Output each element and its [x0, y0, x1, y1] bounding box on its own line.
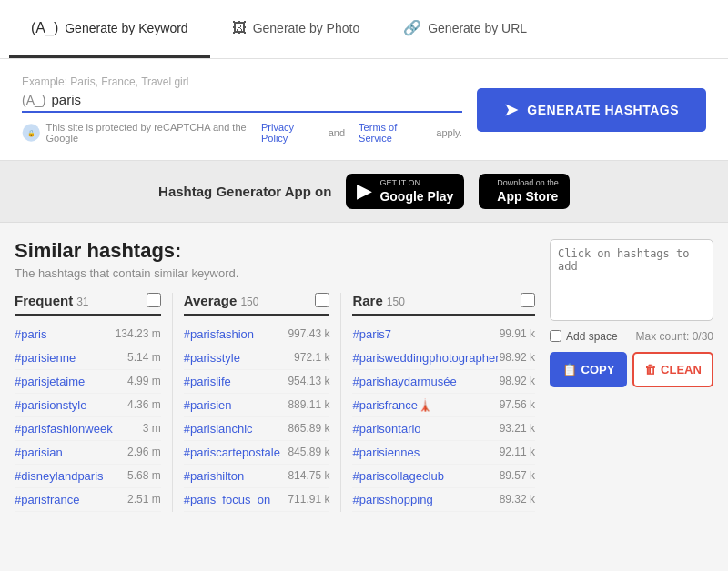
- hashtag-count: 93.21 k: [500, 422, 535, 435]
- google-play-badge[interactable]: ▶ GET IT ON Google Play: [346, 174, 464, 209]
- list-item[interactable]: #parisianchic865.89 k: [184, 417, 330, 441]
- list-item[interactable]: #pariscollageclub89.57 k: [352, 465, 535, 488]
- hashtag-link[interactable]: #parisian: [15, 446, 63, 459]
- hashtag-link[interactable]: #parisstyle: [184, 351, 240, 365]
- copy-button[interactable]: 📋 COPY: [550, 352, 627, 387]
- hashtag-output-textarea[interactable]: [550, 239, 713, 321]
- hashtag-count: 865.89 k: [288, 422, 329, 435]
- average-header-left: Average 150: [184, 293, 259, 308]
- hashtag-count: 2.96 m: [127, 446, 161, 458]
- list-item[interactable]: #parisfrance🗼97.56 k: [352, 394, 535, 417]
- hashtag-link[interactable]: #parishaydarmusée: [352, 375, 456, 388]
- list-item[interactable]: #parisfashion997.43 k: [184, 323, 330, 346]
- rare-header-left: Rare 150: [352, 293, 404, 308]
- list-item[interactable]: #parislife954.13 k: [184, 370, 330, 394]
- frequent-items-list: #paris134.23 m#parisienne5.14 m#parisjet…: [15, 323, 161, 512]
- recaptcha-icon: 🔒: [22, 122, 41, 144]
- tab-keyword[interactable]: (A_) Generate by Keyword: [9, 0, 210, 58]
- section-title: Similar hashtags:: [15, 239, 535, 263]
- average-header: Average 150: [184, 293, 330, 316]
- recaptcha-apply: apply.: [436, 127, 462, 138]
- list-item[interactable]: #parisstyle972.1 k: [184, 346, 330, 370]
- recaptcha-and: and: [329, 127, 345, 138]
- search-hint: Example: Paris, France, Travel girl: [22, 75, 462, 88]
- frequent-select-all[interactable]: [147, 293, 161, 307]
- hashtag-link[interactable]: #parislife: [184, 375, 231, 388]
- url-icon: 🔗: [403, 19, 421, 36]
- keyword-icon: (A_): [31, 20, 58, 36]
- rare-select-all[interactable]: [521, 293, 535, 307]
- hashtag-link[interactable]: #parisfashionweek: [15, 422, 113, 436]
- hashtag-link[interactable]: #parisweddingphotographer: [352, 351, 499, 365]
- hashtag-count: 98.92 k: [500, 375, 535, 387]
- list-item[interactable]: #parisfrance2.51 m: [15, 488, 161, 512]
- hashtag-link[interactable]: #parisienne: [15, 351, 76, 365]
- hashtag-count: 814.75 k: [288, 469, 329, 482]
- terms-link[interactable]: Terms of Service: [359, 122, 422, 144]
- hashtag-link[interactable]: #disneylandparis: [15, 469, 104, 483]
- recaptcha-text: This site is protected by reCAPTCHA and …: [46, 122, 248, 144]
- average-label: Average: [184, 293, 238, 308]
- search-input[interactable]: [51, 92, 461, 107]
- hashtag-link[interactable]: #parisionstyle: [15, 398, 87, 412]
- hashtag-link[interactable]: #parisien: [184, 398, 232, 412]
- average-select-all[interactable]: [315, 293, 329, 307]
- list-item[interactable]: #parisontario93.21 k: [352, 417, 535, 441]
- list-item[interactable]: #parisien889.11 k: [184, 394, 330, 417]
- list-item[interactable]: #paris_focus_on711.91 k: [184, 488, 330, 512]
- hashtag-link[interactable]: #parisfrance🗼: [352, 398, 432, 412]
- hashtag-count: 98.92 k: [500, 351, 535, 364]
- hashtag-link[interactable]: #parisshopping: [352, 493, 432, 506]
- hashtag-count: 4.36 m: [127, 398, 161, 411]
- hashtag-link[interactable]: #parishilton: [184, 469, 245, 483]
- hashtag-link[interactable]: #parisfrance: [15, 493, 80, 506]
- hashtag-link[interactable]: #parisiennes: [352, 446, 420, 459]
- hashtag-link[interactable]: #parisontario: [352, 422, 420, 436]
- top-navigation: (A_) Generate by Keyword 🖼 Generate by P…: [0, 0, 728, 59]
- hashtag-link[interactable]: #parisfashion: [184, 327, 254, 341]
- hashtag-link[interactable]: #paris_focus_on: [184, 493, 270, 506]
- search-input-row: (A_): [22, 92, 462, 113]
- add-space-checkbox[interactable]: [550, 330, 561, 342]
- generate-button[interactable]: ➤ GENERATE HASHTAGS: [477, 88, 706, 132]
- hashtag-link[interactable]: #pariscartepostale: [184, 446, 280, 459]
- list-item[interactable]: #parisweddingphotographer98.92 k: [352, 346, 535, 370]
- hashtag-count: 4.99 m: [127, 375, 161, 387]
- hashtag-link[interactable]: #pariscollageclub: [352, 469, 443, 483]
- list-item[interactable]: #parisian2.96 m: [15, 441, 161, 465]
- hashtag-link[interactable]: #paris: [15, 327, 46, 341]
- hashtag-count: 3 m: [143, 422, 161, 435]
- list-item[interactable]: #parisfashionweek3 m: [15, 417, 161, 441]
- app-store-badge[interactable]: Download on the App Store: [479, 174, 570, 209]
- list-item[interactable]: #paris134.23 m: [15, 323, 161, 346]
- frequent-header: Frequent 31: [15, 293, 161, 316]
- hashtag-link[interactable]: #parisjetaime: [15, 375, 85, 388]
- clean-button[interactable]: 🗑 CLEAN: [632, 352, 713, 387]
- max-count-label: Max count: 0/30: [636, 330, 713, 343]
- hashtag-columns: Frequent 31 #paris134.23 m#parisienne5.1…: [15, 293, 535, 512]
- sidebar-panel: Add space Max count: 0/30 📋 COPY 🗑 CLEAN: [550, 239, 713, 512]
- svg-text:🔒: 🔒: [27, 129, 35, 137]
- list-item[interactable]: #paris799.91 k: [352, 323, 535, 346]
- hashtag-count: 845.89 k: [288, 446, 329, 458]
- tab-photo[interactable]: 🖼 Generate by Photo: [210, 0, 382, 58]
- privacy-policy-link[interactable]: Privacy Policy: [261, 122, 315, 144]
- list-item[interactable]: #parisienne5.14 m: [15, 346, 161, 370]
- list-item[interactable]: #parisiennes92.11 k: [352, 441, 535, 465]
- hashtag-link[interactable]: #parisianchic: [184, 422, 253, 436]
- hashtag-section: Similar hashtags: The hashtags that cont…: [15, 239, 535, 512]
- list-item[interactable]: #parisshopping89.32 k: [352, 488, 535, 512]
- frequent-count: 31: [76, 296, 88, 308]
- list-item[interactable]: #parisjetaime4.99 m: [15, 370, 161, 394]
- copy-icon: 📋: [562, 363, 577, 376]
- hashtag-count: 92.11 k: [500, 446, 535, 458]
- list-item[interactable]: #disneylandparis5.68 m: [15, 465, 161, 488]
- hashtag-link[interactable]: #paris7: [352, 327, 391, 341]
- average-items-list: #parisfashion997.43 k#parisstyle972.1 k#…: [184, 323, 330, 512]
- list-item[interactable]: #parishaydarmusée98.92 k: [352, 370, 535, 394]
- photo-icon: 🖼: [232, 20, 247, 36]
- list-item[interactable]: #pariscartepostale845.89 k: [184, 441, 330, 465]
- list-item[interactable]: #parisionstyle4.36 m: [15, 394, 161, 417]
- tab-url[interactable]: 🔗 Generate by URL: [381, 0, 549, 58]
- list-item[interactable]: #parishilton814.75 k: [184, 465, 330, 488]
